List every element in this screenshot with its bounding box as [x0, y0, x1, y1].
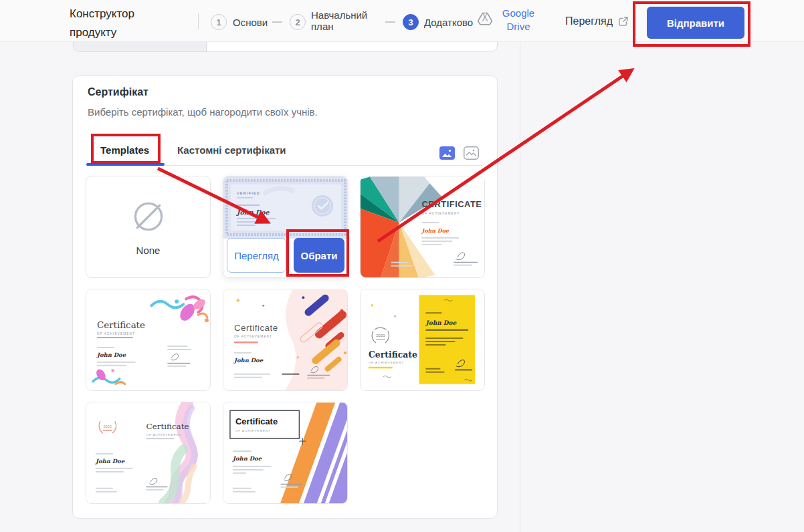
preview-link-label: Перегляд — [565, 15, 613, 27]
step-3-circle[interactable]: 3 — [403, 14, 419, 30]
template-card-paisley[interactable]: Certificate OF ACHIEVEMENT John Doe — [86, 289, 211, 391]
certificate-thumbnail-paisley: Certificate OF ACHIEVEMENT John Doe — [86, 289, 211, 391]
template-card-fan[interactable]: CERTIFICATE OF ACHIEVEMENT John Doe — [360, 176, 485, 278]
certificate-thumbnail-yellow: 2020 Certificate OF ACHIEVEMENT John Doe — [361, 289, 485, 391]
stripes-name: John Doe — [232, 455, 262, 462]
step-1-number: 1 — [216, 17, 221, 27]
paisley-title: Certificate — [97, 320, 145, 330]
certificate-thumbnail-verified: VERIFIED John Doe — [223, 176, 348, 239]
fan-subtitle: OF ACHIEVEMENT — [422, 212, 460, 215]
stripes-subtitle: OF ACHIEVEMENT — [235, 429, 271, 432]
certificate-section: Сертифікат Виберіть сертифікат, щоб наго… — [72, 76, 498, 519]
step-3-number: 3 — [408, 17, 413, 27]
dashes-subtitle: OF ACHIEVEMENT — [234, 335, 272, 338]
header-divider — [198, 13, 199, 29]
certificate-thumbnail-fan: CERTIFICATE OF ACHIEVEMENT John Doe — [361, 176, 485, 278]
yellow-name: John Doe — [424, 319, 457, 326]
yellow-title: Certificate — [369, 350, 417, 360]
submit-button[interactable]: Відправити — [647, 7, 744, 39]
tab-templates[interactable]: Templates — [100, 144, 149, 156]
step-dash-1 — [272, 21, 282, 23]
tab-custom-certificates[interactable]: Кастомні сертифікати — [177, 144, 286, 156]
external-link-icon — [618, 16, 629, 27]
certificate-thumbnail-dashes: Certificate OF ACHIEVEMENT John Doe — [223, 289, 348, 391]
wave-subtitle: OF ACHIEVEMENT — [146, 433, 182, 436]
wave-name: John Doe — [95, 458, 125, 464]
paisley-subtitle: OF ACHIEVEMENT — [97, 332, 135, 336]
template-preview-button[interactable]: Перегляд — [227, 238, 286, 273]
preview-link[interactable]: Перегляд — [565, 15, 629, 27]
verified-heading: VERIFIED — [237, 191, 260, 195]
template-card-none[interactable]: None — [86, 176, 211, 278]
template-choose-button[interactable]: Обрати — [294, 238, 344, 273]
content-right-divider — [520, 42, 520, 532]
section-title: Сертифікат — [88, 86, 148, 98]
google-drive-icon — [476, 10, 494, 30]
template-card-yellow[interactable]: 2020 Certificate OF ACHIEVEMENT John Doe — [360, 289, 485, 391]
step-3-label[interactable]: Додатково — [424, 17, 473, 28]
app-title: Конструктор продукту — [70, 5, 158, 42]
template-card-verified[interactable]: VERIFIED John Doe Перегляд Обрати — [223, 176, 348, 278]
step-2-circle[interactable]: 2 — [290, 14, 306, 30]
dashes-name: John Doe — [233, 357, 264, 364]
step-2-label[interactable]: Навчальний план — [311, 9, 370, 32]
wave-title: Certificate — [146, 422, 189, 431]
fan-name: John Doe — [421, 228, 450, 234]
dashes-title: Certificate — [234, 323, 278, 333]
placeholder-view-icon[interactable] — [464, 146, 480, 163]
page: { "colors": { "accent_blue": "#3d63d6", … — [0, 0, 804, 532]
google-drive-label: Google Drive — [498, 7, 538, 33]
none-label: None — [136, 245, 161, 256]
yellow-badge-year: 2020 — [376, 334, 385, 338]
step-1-circle[interactable]: 1 — [211, 14, 227, 30]
fan-title: CERTIFICATE — [422, 199, 482, 209]
section-subtitle: Виберіть сертифікат, щоб нагородити свої… — [88, 106, 318, 118]
step-2-number: 2 — [295, 17, 300, 27]
template-card-stripes[interactable]: Certificate OF ACHIEVEMENT John Doe — [223, 402, 348, 504]
template-card-dashes[interactable]: Certificate OF ACHIEVEMENT John Doe — [223, 289, 348, 391]
stripes-title: Certificate — [235, 416, 278, 426]
wave-badge-year: 2020 — [104, 424, 112, 428]
active-tab-underline — [86, 163, 165, 166]
google-drive-link[interactable]: Google Drive — [476, 7, 538, 33]
template-card-wave[interactable]: 2020 Certificate OF ACHIEVEMENT John Doe — [86, 402, 211, 504]
step-1-label[interactable]: Основи — [233, 17, 268, 28]
step-dash-2 — [385, 21, 395, 23]
yellow-subtitle: OF ACHIEVEMENT — [369, 361, 404, 364]
certificate-thumbnail-wave: 2020 Certificate OF ACHIEVEMENT John Doe — [86, 402, 211, 504]
header: Конструктор продукту 1 Основи 2 Навчальн… — [0, 0, 804, 42]
verified-name: John Doe — [235, 209, 270, 216]
none-icon — [130, 198, 167, 235]
certificate-thumbnail-stripes: Certificate OF ACHIEVEMENT John Doe — [223, 402, 348, 504]
gallery-view-icon[interactable] — [439, 146, 456, 163]
paisley-name: John Doe — [96, 352, 126, 358]
